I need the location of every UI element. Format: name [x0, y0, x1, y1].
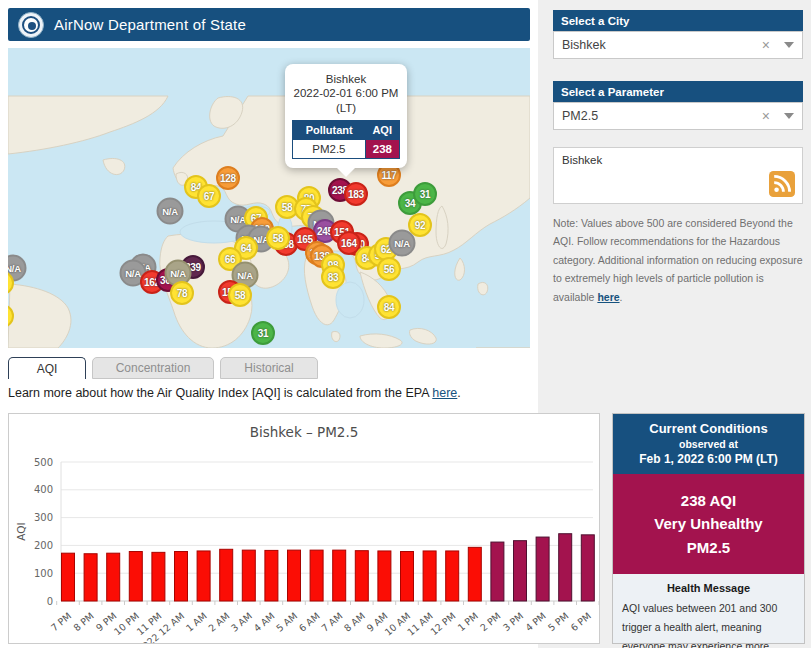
learn-more-text: Learn more about how the Air Quality Ind… [8, 386, 461, 400]
map-marker-58[interactable]: 58 [266, 226, 290, 250]
health-message-section: Health Message AQI values between 201 an… [613, 574, 804, 648]
dos-seal-icon [18, 12, 44, 38]
y-tick-label: 100 [34, 568, 53, 579]
bar-4-am[interactable] [265, 550, 278, 601]
select-city-header: Select a City [553, 10, 803, 31]
note-here-link[interactable]: here [597, 291, 619, 303]
popup-aqi-value: 238 [365, 140, 399, 159]
tab-aqi[interactable]: AQI [8, 357, 86, 379]
bar-3-am[interactable] [242, 550, 255, 601]
current-aqi-block: 238 AQI Very Unhealthy PM2.5 [613, 474, 804, 574]
conditions-header: Current Conditions observed at Feb 1, 20… [613, 414, 804, 474]
x-tick-label: 7 AM [319, 610, 344, 634]
bar-6-pm[interactable] [581, 535, 594, 601]
world-map[interactable]: N/A388467128N/AN/A67132N/AN/A158586466N/… [8, 48, 530, 348]
bar-12-pm[interactable] [446, 551, 459, 601]
popup-pollutant-value: PM2.5 [293, 140, 366, 159]
x-tick-label: 2 PM [478, 610, 503, 633]
city-select[interactable]: Bishkek × [553, 31, 803, 59]
popup-timezone: (LT) [292, 101, 400, 115]
bar-2-pm[interactable] [491, 542, 504, 601]
map-marker-78[interactable]: 78 [170, 281, 194, 305]
bar-7-am[interactable] [333, 550, 346, 601]
map-marker-na[interactable]: N/A [157, 198, 184, 225]
x-tick-label: 1 AM [184, 610, 209, 634]
map-land [8, 48, 530, 348]
bar-3-pm[interactable] [514, 541, 527, 601]
x-tick-label: 8 AM [342, 610, 367, 634]
health-message-text: AQI values between 201 and 300 trigger a… [622, 599, 795, 648]
map-marker-67[interactable]: 67 [197, 184, 221, 208]
bar-8-am[interactable] [355, 551, 368, 601]
x-tick-label: 7 PM [49, 610, 74, 633]
dropdown-caret-icon[interactable] [784, 113, 794, 119]
map-marker-183[interactable]: 183 [344, 182, 368, 206]
bar-5-am[interactable] [288, 550, 301, 601]
bar-5-pm[interactable] [559, 534, 572, 601]
map-marker-83[interactable]: 83 [321, 265, 345, 289]
rss-icon[interactable] [769, 171, 795, 197]
app-title: AirNow Department of State [54, 16, 246, 33]
x-tick-label: 5 AM [274, 610, 299, 634]
learn-more-suffix: . [457, 386, 460, 400]
tab-bar: AQI Concentration Historical [8, 357, 318, 379]
bar-6-am[interactable] [310, 550, 323, 601]
bar-2-am[interactable] [220, 549, 233, 601]
bar-1-pm[interactable] [468, 547, 481, 601]
popup-datetime: 2022-02-01 6:00 PM [292, 86, 400, 100]
x-tick-label: 10 PM [112, 610, 141, 637]
y-tick-label: 0 [47, 596, 53, 607]
x-tick-label: 8 PM [71, 610, 96, 633]
bar-1-am[interactable] [197, 551, 210, 601]
map-popup: Bishkek 2022-02-01 6:00 PM (LT) Pollutan… [285, 64, 407, 168]
bar-10-am[interactable] [401, 552, 414, 601]
bar-11-pm[interactable] [152, 552, 165, 601]
select-city-label: Select a City [561, 15, 629, 27]
y-tick-label: 200 [34, 540, 53, 551]
y-tick-label: 300 [34, 512, 53, 523]
bar-7-pm[interactable] [62, 553, 75, 601]
conditions-datetime: Feb 1, 2022 6:00 PM (LT) [617, 452, 800, 466]
bar-4-pm[interactable] [536, 537, 549, 601]
tab-historical[interactable]: Historical [220, 357, 318, 379]
bar-11-am[interactable] [423, 551, 436, 601]
select-parameter-label: Select a Parameter [561, 86, 664, 98]
bar-9-am[interactable] [378, 551, 391, 601]
x-tick-label: 4 AM [251, 610, 276, 634]
map-marker-128[interactable]: 128 [216, 166, 240, 190]
map-marker-56[interactable]: 56 [377, 257, 401, 281]
clear-icon[interactable]: × [762, 108, 770, 124]
y-tick-label: 400 [34, 484, 53, 495]
tab-concentration[interactable]: Concentration [92, 357, 214, 379]
current-aqi-value: 238 AQI [617, 489, 800, 512]
y-axis-label: AQI [15, 522, 27, 540]
clear-icon[interactable]: × [762, 37, 770, 53]
conditions-observed: observed at [617, 438, 800, 450]
bar-8-pm[interactable] [84, 554, 97, 601]
bar-10-pm[interactable] [129, 552, 142, 601]
x-tick-label: 5 PM [546, 610, 571, 633]
x-tick-label: 2 AM [206, 610, 231, 634]
popup-col-pollutant: Pollutant [293, 121, 366, 140]
map-marker-31[interactable]: 31 [251, 321, 275, 345]
x-tick-label: 3 AM [229, 610, 254, 634]
map-marker-84[interactable]: 84 [377, 295, 401, 319]
map-marker-31[interactable]: 31 [413, 182, 437, 206]
note-text: Note: Values above 500 are considered Be… [553, 217, 803, 303]
map-marker-na[interactable]: N/A [389, 230, 416, 257]
aqi-chart-panel: Bishkek – PM2.5 0100200300400500AQI7 PM8… [8, 413, 600, 644]
current-aqi-category: Very Unhealthy [617, 512, 800, 535]
x-tick-label: 6 PM [568, 610, 593, 633]
map-marker-58[interactable]: 58 [228, 283, 252, 307]
current-conditions-panel: Current Conditions observed at Feb 1, 20… [612, 413, 805, 644]
bar-9-pm[interactable] [107, 553, 120, 601]
bar-2022-12-am[interactable] [175, 552, 188, 601]
note-suffix: . [620, 291, 623, 303]
popup-col-aqi: AQI [365, 121, 399, 140]
aqi-bar-chart[interactable]: 0100200300400500AQI7 PM8 PM9 PM10 PM11 P… [9, 414, 599, 643]
x-tick-label: 4 PM [523, 610, 548, 633]
learn-more-here-link[interactable]: here [432, 386, 457, 400]
parameter-select[interactable]: PM2.5 × [553, 102, 803, 130]
dropdown-caret-icon[interactable] [784, 42, 794, 48]
x-tick-label: 1 PM [455, 610, 480, 633]
